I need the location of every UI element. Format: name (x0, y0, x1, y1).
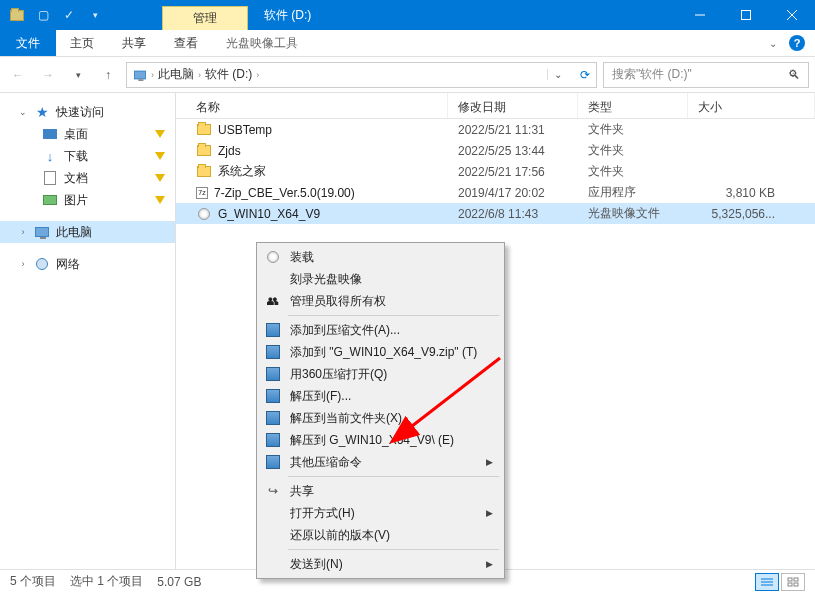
nav-forward-button[interactable]: → (36, 63, 60, 87)
file-row[interactable]: G_WIN10_X64_V92022/6/8 11:43光盘映像文件5,325,… (176, 203, 815, 224)
svg-rect-10 (794, 583, 798, 586)
col-name[interactable]: 名称 (176, 93, 448, 118)
col-size[interactable]: 大小 (688, 93, 815, 118)
breadcrumb-dropdown[interactable]: ⌄ (547, 69, 568, 80)
status-selection: 选中 1 个项目 (70, 573, 143, 590)
ribbon-tab-disc-tools[interactable]: 光盘映像工具 (212, 30, 312, 56)
network-icon (34, 256, 50, 272)
ribbon-tab-share[interactable]: 共享 (108, 30, 160, 56)
archive-icon (264, 343, 282, 361)
ctx-send-to[interactable]: 发送到(N)▶ (260, 553, 501, 575)
file-row[interactable]: Zjds2022/5/25 13:44文件夹 (176, 140, 815, 161)
address-bar: ← → ▾ ↑ › 此电脑 › 软件 (D:) › ⌄ ⟳ 搜索"软件 (D:)… (0, 57, 815, 93)
qat-item[interactable]: ▢ (32, 5, 54, 25)
file-name: 7-Zip_CBE_Ver.5.0(19.00) (214, 186, 355, 200)
file-date: 2022/6/8 11:43 (448, 207, 578, 221)
ribbon-context-tab[interactable]: 管理 (162, 6, 248, 30)
ribbon-tab-home[interactable]: 主页 (56, 30, 108, 56)
breadcrumb[interactable]: › 此电脑 › 软件 (D:) › ⌄ ⟳ (126, 62, 597, 88)
qat-dropdown[interactable]: ▾ (84, 5, 106, 25)
search-icon: 🔍︎ (788, 68, 800, 82)
pictures-icon (42, 192, 58, 208)
archive-icon (264, 387, 282, 405)
file-type: 文件夹 (578, 121, 688, 138)
file-date: 2019/4/17 20:02 (448, 186, 578, 200)
nav-downloads[interactable]: ↓ 下载 (0, 145, 175, 167)
file-name: G_WIN10_X64_V9 (218, 207, 320, 221)
ctx-share[interactable]: ↪共享 (260, 480, 501, 502)
ribbon-expand-icon[interactable]: ⌄ (769, 38, 777, 49)
svg-rect-8 (794, 578, 798, 581)
submenu-arrow-icon: ▶ (486, 559, 493, 569)
ctx-open-with[interactable]: 打开方式(H)▶ (260, 502, 501, 524)
ribbon-tab-view[interactable]: 查看 (160, 30, 212, 56)
file-name: USBTemp (218, 123, 272, 137)
nav-quick-access[interactable]: ⌄ ★ 快速访问 (0, 101, 175, 123)
qat-item[interactable]: ✓ (58, 5, 80, 25)
pin-icon (155, 174, 165, 182)
file-row[interactable]: USBTemp2022/5/21 11:31文件夹 (176, 119, 815, 140)
nav-network[interactable]: › 网络 (0, 253, 175, 275)
nav-up-button[interactable]: ↑ (96, 63, 120, 87)
desktop-icon (42, 126, 58, 142)
document-icon (42, 170, 58, 186)
ribbon-tab-file[interactable]: 文件 (0, 30, 56, 56)
chevron-right-icon: › (256, 70, 259, 80)
ctx-add-named[interactable]: 添加到 "G_WIN10_X64_V9.zip" (T) (260, 341, 501, 363)
ctx-burn[interactable]: 刻录光盘映像 (260, 268, 501, 290)
separator (288, 549, 499, 550)
folder-icon (196, 122, 212, 138)
separator (288, 476, 499, 477)
file-row[interactable]: 系统之家2022/5/21 17:56文件夹 (176, 161, 815, 182)
col-type[interactable]: 类型 (578, 93, 688, 118)
file-row[interactable]: 7z7-Zip_CBE_Ver.5.0(19.00)2019/4/17 20:0… (176, 182, 815, 203)
view-details-button[interactable] (755, 573, 779, 591)
separator (288, 315, 499, 316)
svg-rect-9 (788, 583, 792, 586)
archive-icon (264, 453, 282, 471)
ctx-extract-to[interactable]: 解压到(F)... (260, 385, 501, 407)
nav-back-button[interactable]: ← (6, 63, 30, 87)
view-thumbnails-button[interactable] (781, 573, 805, 591)
search-input[interactable]: 搜索"软件 (D:)" 🔍︎ (603, 62, 809, 88)
refresh-button[interactable]: ⟳ (572, 68, 590, 82)
ctx-restore[interactable]: 还原以前的版本(V) (260, 524, 501, 546)
folder-icon (196, 164, 212, 180)
breadcrumb-segment[interactable]: 此电脑 (158, 66, 194, 83)
nav-documents[interactable]: 文档 (0, 167, 175, 189)
nav-desktop[interactable]: 桌面 (0, 123, 175, 145)
nav-pictures[interactable]: 图片 (0, 189, 175, 211)
ribbon-tabs: 文件 主页 共享 查看 光盘映像工具 ⌄ ? (0, 30, 815, 57)
disc-icon (196, 206, 212, 222)
file-type: 文件夹 (578, 163, 688, 180)
star-icon: ★ (34, 104, 50, 120)
breadcrumb-segment[interactable]: 软件 (D:) (205, 66, 252, 83)
expander-icon[interactable]: › (18, 259, 28, 269)
file-type: 文件夹 (578, 142, 688, 159)
drive-icon (134, 70, 146, 79)
expander-icon[interactable]: ⌄ (18, 107, 28, 117)
nav-this-pc[interactable]: › 此电脑 (0, 221, 175, 243)
minimize-button[interactable] (677, 0, 723, 30)
folder-icon (196, 143, 212, 159)
quick-access-toolbar: ▢ ✓ ▾ (0, 0, 122, 30)
file-type: 应用程序 (578, 184, 688, 201)
nav-history-dropdown[interactable]: ▾ (66, 63, 90, 87)
ctx-extract-named[interactable]: 解压到 G_WIN10_X64_V9\ (E) (260, 429, 501, 451)
ctx-extract-here[interactable]: 解压到当前文件夹(X) (260, 407, 501, 429)
file-name: Zjds (218, 144, 241, 158)
maximize-button[interactable] (723, 0, 769, 30)
ctx-admin[interactable]: 👥︎管理员取得所有权 (260, 290, 501, 312)
pin-icon (155, 152, 165, 160)
help-icon[interactable]: ? (789, 35, 805, 51)
ctx-mount[interactable]: 装载 (260, 246, 501, 268)
close-button[interactable] (769, 0, 815, 30)
file-size: 3,810 KB (688, 186, 815, 200)
ctx-add-archive[interactable]: 添加到压缩文件(A)... (260, 319, 501, 341)
file-date: 2022/5/21 17:56 (448, 165, 578, 179)
ctx-other-cmds[interactable]: 其他压缩命令▶ (260, 451, 501, 473)
expander-icon[interactable]: › (18, 227, 28, 237)
ctx-open-360[interactable]: 用360压缩打开(Q) (260, 363, 501, 385)
pc-icon (34, 224, 50, 240)
col-date[interactable]: 修改日期 (448, 93, 578, 118)
